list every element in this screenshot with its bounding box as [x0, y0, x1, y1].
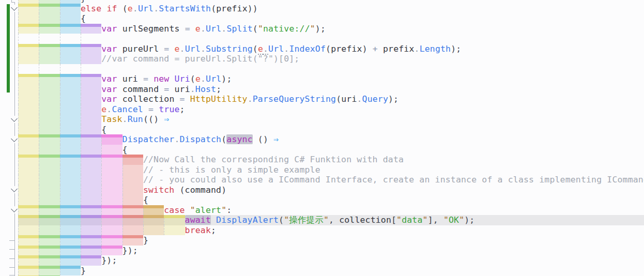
code-text: else if (e.Url.StartsWith(prefix)) — [81, 4, 258, 14]
outline-corner — [9, 258, 14, 259]
token-identifier: command — [185, 185, 222, 195]
chevron-down-icon[interactable] — [11, 186, 18, 192]
indent-guide-block — [81, 175, 101, 185]
token-member: Split — [226, 24, 252, 34]
token-parameter: e — [195, 74, 201, 84]
outline-corner — [11, 0, 15, 3]
outline-corner — [9, 267, 14, 268]
indent-guide-block — [101, 175, 122, 185]
fold-chevron-box[interactable] — [10, 136, 18, 143]
indent-guide-block — [18, 34, 39, 44]
fold-chevron-box[interactable] — [10, 116, 18, 123]
indent-guide-block — [18, 114, 39, 125]
chevron-down-icon[interactable] — [11, 4, 18, 11]
indent-band — [60, 235, 81, 238]
token-dot: . — [284, 44, 289, 54]
indent-band — [18, 266, 39, 269]
indent-guide-block — [18, 225, 39, 236]
token-punctuation: ( — [253, 24, 258, 34]
token-string_quote: " — [258, 24, 263, 34]
token-dot: . — [201, 44, 206, 54]
code-text: } — [81, 266, 86, 276]
token-string: OK — [449, 215, 459, 225]
chevron-down-icon[interactable] — [11, 135, 18, 142]
token-punctuation: ) — [362, 44, 367, 54]
indent-band — [101, 215, 122, 218]
indent-band — [60, 155, 81, 158]
code-text: //Now Call the corresponding C# Funktion… — [143, 155, 404, 165]
indent-band — [122, 155, 143, 158]
token-w — [174, 94, 179, 104]
indent-band — [60, 246, 81, 249]
token-w — [117, 94, 122, 104]
code-line: switch (command) — [0, 185, 644, 195]
token-identifier: collection — [339, 215, 391, 225]
token-member: ParseQueryString — [253, 94, 336, 104]
token-punctuation: (() — [143, 114, 159, 124]
token-declaration: var — [101, 44, 117, 54]
token-punctuation: { — [143, 195, 148, 205]
token-comment: // - you could also use a ICommand Inter… — [143, 175, 644, 185]
indent-guide-block — [39, 185, 59, 195]
token-punctuation: ( — [190, 74, 195, 84]
code-line: var pureUrl = e.Url.Substring(e.Url.Inde… — [0, 44, 644, 54]
token-punctuation: ); — [315, 24, 326, 34]
token-parameter: e — [128, 4, 133, 13]
indent-guide-block — [164, 225, 185, 236]
indent-guide-block — [122, 165, 143, 175]
indent-guide-block — [60, 125, 81, 135]
token-member: Cancel — [112, 104, 143, 114]
indent-band — [18, 205, 39, 208]
token-w — [378, 44, 383, 54]
code-editor[interactable]: }else if (e.Url.StartsWith(prefix)){var … — [0, 0, 644, 276]
indent-band — [60, 205, 81, 208]
token-punctuation: ; — [180, 104, 185, 114]
code-line: var command = uri.Host; — [0, 84, 644, 95]
indent-band — [81, 235, 101, 238]
token-w — [190, 24, 195, 34]
indent-guide-block — [39, 145, 59, 155]
fold-chevron-box[interactable] — [10, 5, 18, 12]
token-member: Url — [206, 74, 221, 84]
token-member: IndexOf — [289, 44, 326, 54]
code-text: var urlSegments = e.Url.Split("native://… — [101, 24, 326, 34]
code-text: var command = uri.Host; — [101, 84, 221, 95]
indent-band — [39, 134, 59, 137]
chevron-down-icon[interactable] — [11, 115, 18, 122]
token-w — [438, 215, 443, 225]
token-w — [367, 44, 373, 54]
code-text: switch (command) — [143, 185, 226, 195]
code-text: var pureUrl = e.Url.Substring(e.Url.Inde… — [101, 44, 461, 54]
suggestion-dots: . — [263, 44, 268, 55]
token-operator: = — [164, 44, 169, 54]
code-text: } — [143, 235, 148, 246]
code-line — [0, 34, 644, 44]
token-declaration: var — [101, 94, 117, 104]
chevron-down-icon[interactable] — [11, 206, 18, 212]
code-line: Task.Run(() ⇒ — [0, 114, 644, 125]
token-identifier: uri — [175, 84, 190, 94]
indent-guide-block — [60, 94, 81, 104]
token-member: Url — [185, 44, 201, 54]
indent-band — [81, 24, 101, 27]
token-dot: . — [133, 4, 138, 13]
code-line: else if (e.Url.StartsWith(prefix)) — [0, 4, 644, 14]
code-line: // - this is only a simple example — [0, 165, 644, 175]
code-text: // - this is only a simple example — [143, 165, 320, 175]
code-line: { — [0, 145, 644, 155]
indent-guide-block — [18, 185, 39, 195]
indent-band — [101, 235, 122, 238]
token-w — [268, 134, 273, 144]
indent-band — [81, 215, 101, 218]
token-member: Substring — [206, 44, 253, 54]
token-w — [159, 84, 164, 94]
indent-band — [81, 246, 101, 249]
fold-chevron-box[interactable] — [10, 186, 18, 193]
token-w — [117, 74, 122, 84]
fold-chevron-box[interactable] — [10, 206, 18, 213]
indent-band — [101, 155, 122, 158]
token-punctuation: ; — [211, 225, 216, 235]
token-string_quote: " — [443, 215, 449, 225]
indent-guide-block — [39, 175, 59, 185]
indent-band — [60, 255, 81, 258]
